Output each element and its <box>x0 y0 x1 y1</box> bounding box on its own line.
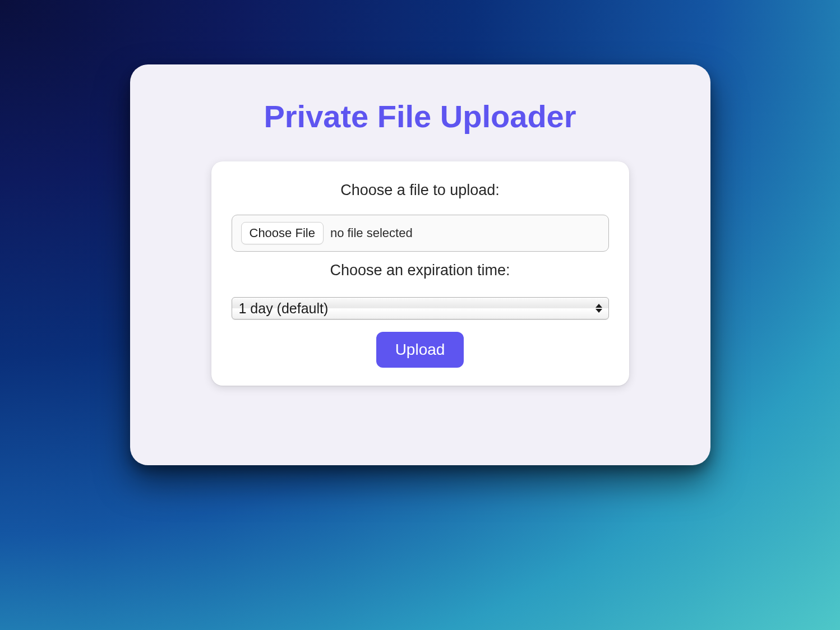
upload-card: Choose a file to upload: Choose File no … <box>211 161 629 386</box>
expiration-select[interactable]: 1 day (default) <box>232 297 609 319</box>
expiration-label: Choose an expiration time: <box>232 262 609 279</box>
file-input[interactable]: Choose File no file selected <box>232 215 609 252</box>
upload-button[interactable]: Upload <box>376 332 464 368</box>
main-panel: Private File Uploader Choose a file to u… <box>130 64 710 465</box>
choose-file-button[interactable]: Choose File <box>241 222 324 244</box>
expiration-selected-value: 1 day (default) <box>239 300 329 317</box>
file-upload-label: Choose a file to upload: <box>232 182 609 199</box>
file-selection-status: no file selected <box>330 226 413 240</box>
page-title: Private File Uploader <box>130 98 710 135</box>
